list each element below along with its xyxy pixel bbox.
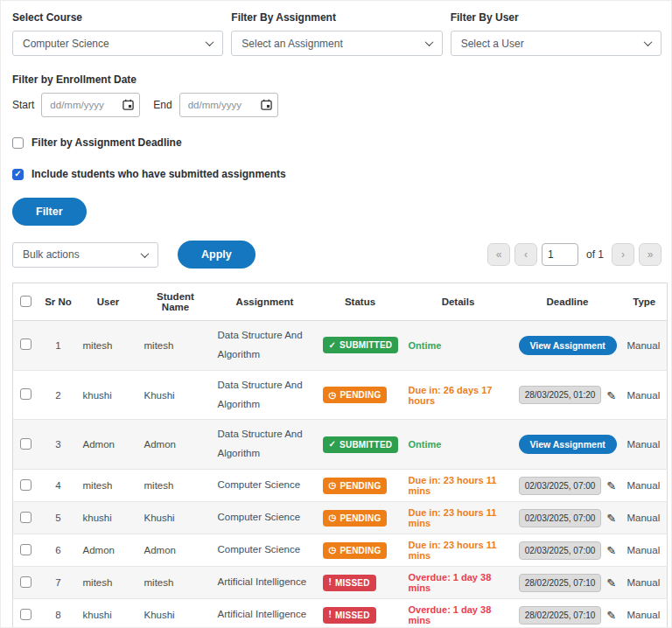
pagination-last-button[interactable]: » bbox=[639, 243, 662, 266]
start-date-label: Start bbox=[12, 99, 34, 111]
status-badge: !MISSED bbox=[323, 575, 376, 591]
details-cell: Ontime bbox=[403, 321, 514, 371]
course-select-value: Computer Science bbox=[23, 38, 109, 50]
sr-no-cell: 2 bbox=[39, 370, 78, 420]
deadline-cell: View Assignment bbox=[514, 420, 622, 470]
type-cell: Manual bbox=[622, 534, 668, 567]
assignment-select[interactable]: Select an Assignment bbox=[231, 31, 442, 56]
assignment-select-value: Select an Assignment bbox=[242, 38, 342, 50]
deadline-cell: 28/02/2025, 07:10✎ bbox=[514, 567, 622, 599]
user-filter-group: Filter By User Select a User bbox=[451, 11, 662, 56]
column-header: Sr No bbox=[39, 283, 78, 321]
status-badge: ◷PENDING bbox=[323, 478, 388, 494]
details-text: Overdue: 1 day 38 mins bbox=[409, 604, 492, 625]
type-cell: Manual bbox=[622, 321, 668, 371]
end-date-input[interactable] bbox=[179, 93, 278, 117]
details-text: Due in: 26 days 17 hours bbox=[409, 385, 493, 406]
row-checkbox[interactable] bbox=[20, 438, 32, 450]
edit-deadline-icon[interactable]: ✎ bbox=[606, 544, 616, 557]
edit-deadline-icon[interactable]: ✎ bbox=[606, 609, 616, 622]
details-cell: Ontime bbox=[403, 420, 514, 470]
column-header: Student Name bbox=[139, 283, 213, 321]
type-cell: Manual bbox=[622, 599, 668, 628]
status-cell: ◷PENDING bbox=[318, 370, 403, 420]
filter-button[interactable]: Filter bbox=[12, 198, 87, 226]
status-cell: !MISSED bbox=[318, 599, 403, 628]
edit-deadline-icon[interactable]: ✎ bbox=[606, 512, 616, 525]
deadline-date: 02/03/2025, 07:00 bbox=[519, 477, 602, 495]
exclamation-icon: ! bbox=[329, 611, 332, 619]
student-name-cell: mitesh bbox=[139, 567, 213, 599]
pagination-top: «‹of 1›» bbox=[487, 243, 662, 266]
exclamation-icon: ! bbox=[329, 578, 332, 587]
details-text: Ontime bbox=[409, 439, 442, 450]
assignment-cell: Computer Science bbox=[213, 502, 318, 534]
view-assignment-button[interactable]: View Assignment bbox=[519, 336, 617, 355]
pagination-first-icon: « bbox=[496, 248, 502, 261]
row-checkbox[interactable] bbox=[20, 338, 32, 350]
include-submitted-row: ✓ Include students who have submitted as… bbox=[12, 168, 662, 180]
table-row: 8khushiKhushiArtificial Intelligence!MIS… bbox=[13, 599, 668, 628]
type-cell: Manual bbox=[622, 420, 668, 470]
pagination-page-input[interactable] bbox=[542, 243, 578, 266]
deadline-date: 28/02/2025, 07:10 bbox=[519, 606, 602, 625]
pagination-prev-button[interactable]: ‹ bbox=[514, 243, 537, 266]
row-checkbox-cell bbox=[13, 534, 39, 567]
type-cell: Manual bbox=[622, 470, 668, 502]
row-checkbox[interactable] bbox=[20, 388, 32, 400]
row-checkbox[interactable] bbox=[20, 609, 32, 620]
details-text: Ontime bbox=[409, 340, 442, 351]
end-date-label: End bbox=[153, 99, 172, 111]
user-cell: khushi bbox=[78, 370, 139, 420]
assignment-cell: Computer Science bbox=[213, 534, 318, 567]
course-filter-group: Select Course Computer Science bbox=[12, 11, 223, 56]
deadline-cell: 02/03/2025, 07:00✎ bbox=[514, 534, 622, 567]
start-date-input[interactable] bbox=[41, 93, 140, 117]
chevron-down-icon bbox=[206, 38, 214, 46]
edit-deadline-icon[interactable]: ✎ bbox=[606, 576, 616, 590]
status-badge: ◷PENDING bbox=[323, 387, 388, 403]
status-cell: !MISSED bbox=[318, 567, 403, 599]
assignment-cell: Data Structure And Algorithm bbox=[213, 420, 318, 470]
row-checkbox[interactable] bbox=[20, 512, 32, 523]
apply-button[interactable]: Apply bbox=[178, 241, 256, 269]
user-select-value: Select a User bbox=[461, 38, 524, 50]
course-select[interactable]: Computer Science bbox=[12, 31, 223, 56]
chevron-down-icon bbox=[141, 249, 150, 258]
table-row: 7miteshmiteshArtificial Intelligence!MIS… bbox=[13, 567, 668, 599]
table-row: 1miteshmiteshData Structure And Algorith… bbox=[13, 321, 668, 371]
sr-no-cell: 6 bbox=[39, 534, 78, 567]
deadline-date: 28/03/2025, 01:20 bbox=[519, 386, 602, 404]
pagination-prev-icon: ‹ bbox=[524, 248, 528, 261]
deadline-filter-checkbox[interactable] bbox=[12, 137, 24, 149]
pagination-next-button[interactable]: › bbox=[612, 243, 634, 266]
sr-no-cell: 5 bbox=[39, 502, 78, 534]
include-submitted-label: Include students who have submitted assi… bbox=[32, 168, 286, 180]
row-checkbox[interactable] bbox=[20, 544, 32, 555]
check-icon: ✓ bbox=[329, 440, 337, 449]
pagination-first-button[interactable]: « bbox=[487, 243, 510, 266]
deadline-cell: View Assignment bbox=[514, 321, 622, 371]
status-badge: ◷PENDING bbox=[323, 510, 388, 527]
edit-deadline-icon[interactable]: ✎ bbox=[606, 389, 616, 402]
enrollment-date-label: Filter by Enrollment Date bbox=[12, 73, 662, 86]
edit-deadline-icon[interactable]: ✎ bbox=[606, 479, 616, 492]
view-assignment-button[interactable]: View Assignment bbox=[519, 435, 617, 454]
pagination-last-icon: » bbox=[648, 248, 654, 261]
row-checkbox[interactable] bbox=[20, 479, 32, 491]
bulk-actions-row: Bulk actions Apply «‹of 1›» bbox=[12, 241, 662, 269]
check-icon: ✓ bbox=[329, 341, 337, 350]
column-header: Details bbox=[403, 283, 514, 321]
row-checkbox[interactable] bbox=[20, 576, 32, 588]
type-cell: Manual bbox=[622, 567, 668, 599]
sr-no-cell: 4 bbox=[39, 470, 78, 502]
include-submitted-checkbox[interactable]: ✓ bbox=[12, 169, 24, 180]
bulk-actions-select[interactable]: Bulk actions bbox=[12, 242, 158, 268]
row-checkbox-cell bbox=[13, 567, 39, 599]
enrollment-date-row: Start End bbox=[12, 93, 662, 117]
user-cell: mitesh bbox=[78, 321, 139, 371]
table-row: 4miteshmiteshComputer Science◷PENDINGDue… bbox=[13, 470, 668, 502]
select-all-checkbox[interactable] bbox=[20, 296, 32, 307]
chevron-down-icon bbox=[644, 38, 653, 46]
user-select[interactable]: Select a User bbox=[451, 31, 662, 56]
